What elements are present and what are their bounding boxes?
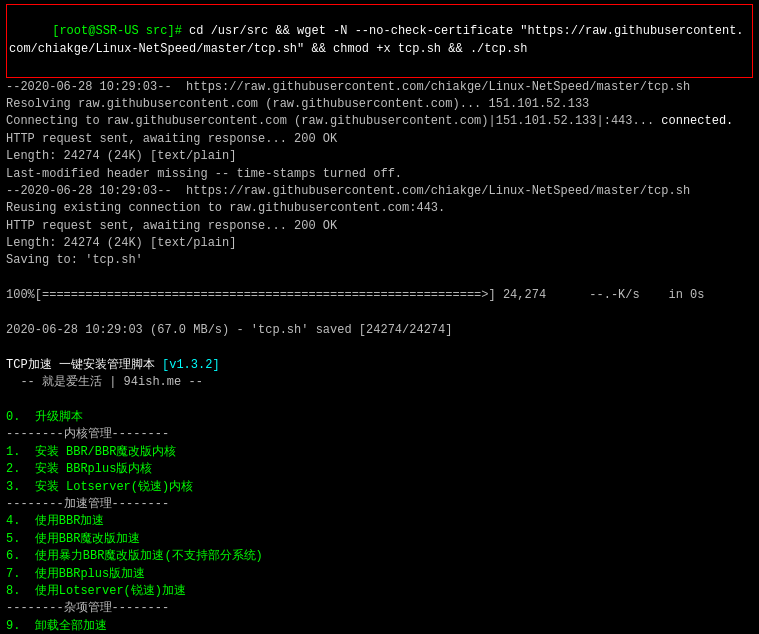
progress-bar: 100%[===================================… bbox=[6, 287, 753, 304]
wget-line-10: Length: 24274 (24K) [text/plain] bbox=[6, 235, 753, 252]
wget-line-4: HTTP request sent, awaiting response... … bbox=[6, 131, 753, 148]
menu-item-8: 8. 使用Lotserver(锐速)加速 bbox=[6, 583, 753, 600]
menu-item-7: 7. 使用BBRplus版加速 bbox=[6, 566, 753, 583]
wget-line-7: --2020-06-28 10:29:03-- https://raw.gith… bbox=[6, 183, 753, 200]
app-subtitle: -- 就是爱生活 | 94ish.me -- bbox=[6, 374, 753, 391]
blank-2 bbox=[6, 305, 753, 322]
command-line: [root@SSR-US src]# cd /usr/src && wget -… bbox=[9, 6, 750, 76]
menu-item-2: 2. 安装 BBRplus版内核 bbox=[6, 461, 753, 478]
menu-item-3: 3. 安装 Lotserver(锐速)内核 bbox=[6, 479, 753, 496]
wget-line-11: Saving to: 'tcp.sh' bbox=[6, 252, 753, 269]
menu-item-9: 9. 卸载全部加速 bbox=[6, 618, 753, 634]
wget-line-2: Resolving raw.githubusercontent.com (raw… bbox=[6, 96, 753, 113]
blank-1 bbox=[6, 270, 753, 287]
app-title-text: TCP加速 一键安装管理脚本 bbox=[6, 358, 162, 372]
menu-item-5: 5. 使用BBR魔改版加速 bbox=[6, 531, 753, 548]
wget-line-9: HTTP request sent, awaiting response... … bbox=[6, 218, 753, 235]
menu-item-6: 6. 使用暴力BBR魔改版加速(不支持部分系统) bbox=[6, 548, 753, 565]
blank-3 bbox=[6, 339, 753, 356]
wget-line-8: Reusing existing connection to raw.githu… bbox=[6, 200, 753, 217]
wget-line-3: Connecting to raw.githubusercontent.com … bbox=[6, 113, 753, 130]
terminal: [root@SSR-US src]# cd /usr/src && wget -… bbox=[0, 0, 759, 634]
wget-line-6: Last-modified header missing -- time-sta… bbox=[6, 166, 753, 183]
app-version: [v1.3.2] bbox=[162, 358, 220, 372]
prompt: [root@SSR-US src]# bbox=[52, 24, 182, 38]
menu-divider-3: --------杂项管理-------- bbox=[6, 600, 753, 617]
blank-4 bbox=[6, 392, 753, 409]
wget-line-1: --2020-06-28 10:29:03-- https://raw.gith… bbox=[6, 79, 753, 96]
menu-divider-2: --------加速管理-------- bbox=[6, 496, 753, 513]
menu-item-0: 0. 升级脚本 bbox=[6, 409, 753, 426]
saved-line: 2020-06-28 10:29:03 (67.0 MB/s) - 'tcp.s… bbox=[6, 322, 753, 339]
app-title-line: TCP加速 一键安装管理脚本 [v1.3.2] bbox=[6, 357, 753, 374]
menu-item-4: 4. 使用BBR加速 bbox=[6, 513, 753, 530]
command-input-block: [root@SSR-US src]# cd /usr/src && wget -… bbox=[6, 4, 753, 78]
wget-line-5: Length: 24274 (24K) [text/plain] bbox=[6, 148, 753, 165]
menu-divider-1: --------内核管理-------- bbox=[6, 426, 753, 443]
menu-item-1: 1. 安装 BBR/BBR魔改版内核 bbox=[6, 444, 753, 461]
